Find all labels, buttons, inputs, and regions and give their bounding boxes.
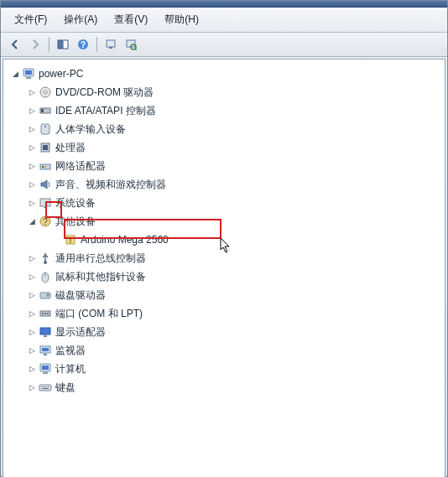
tree-item-label: 系统设备 [55,196,96,210]
svg-rect-15 [41,124,49,134]
tree-item[interactable]: ▷DVD/CD-ROM 驱动器 [7,83,441,101]
svg-rect-18 [43,145,48,150]
scan-button[interactable] [122,35,140,54]
titlebar [1,1,447,8]
svg-rect-0 [58,40,62,49]
svg-rect-46 [43,386,44,387]
svg-rect-20 [42,166,44,168]
svg-rect-5 [109,47,112,49]
tree-item[interactable]: ◢?其他设备 [7,212,441,231]
tree-root[interactable]: ◢ power-PC [7,65,441,83]
tree-item[interactable]: ▷端口 (COM 和 LPT) [7,304,441,323]
svg-rect-44 [39,385,51,391]
svg-rect-1 [63,40,68,49]
tree-item-label: 磁盘驱动器 [55,288,106,303]
show-hide-button[interactable] [54,35,72,54]
svg-rect-36 [40,328,50,334]
svg-rect-43 [43,372,48,374]
menu-action[interactable]: 操作(A) [57,11,104,29]
toolbar: ? [1,33,447,57]
network-icon [39,159,52,173]
tree-item[interactable]: ▷计算机 [7,360,441,378]
device-manager-window: 文件(F) 操作(A) 查看(V) 帮助(H) ? ◢ [0,0,448,477]
expand-icon[interactable]: ▷ [27,106,37,116]
svg-rect-9 [25,70,32,75]
cpu-icon [39,141,52,154]
tree-item-label: 人体学输入设备 [55,122,126,137]
tree-item[interactable]: ▷声音、视频和游戏控制器 [7,175,441,194]
tree-content[interactable]: ◢ power-PC ▷DVD/CD-ROM 驱动器▷IDE ATA/ATAPI… [3,59,445,477]
svg-point-12 [44,91,47,94]
svg-rect-23 [44,207,47,208]
tree-item[interactable]: ▷监视器 [7,341,441,360]
svg-rect-10 [26,77,31,79]
tree-item-label: 其他设备 [55,215,96,229]
tree-item-label: 计算机 [55,362,86,376]
collapse-icon[interactable]: ◢ [27,216,37,226]
svg-rect-49 [48,386,49,387]
expand-icon[interactable]: ▷ [27,272,37,282]
tree-item[interactable]: ▷人体学输入设备 [7,120,441,138]
forward-arrow-icon [29,39,41,50]
port-icon [39,307,52,320]
expand-icon[interactable]: ▷ [27,364,37,374]
svg-text:!: ! [70,236,72,245]
svg-text:?: ? [43,217,48,226]
tree-item-label: 键盘 [55,381,76,395]
expand-icon[interactable]: ▷ [27,161,37,171]
tree-item-label: 声音、视频和游戏控制器 [55,178,166,192]
tree-item[interactable]: ▷处理器 [7,138,441,157]
warn-icon: ! [64,233,77,246]
svg-rect-37 [44,335,47,337]
tree-item[interactable]: ▷键盘 [7,378,441,397]
tree-item[interactable]: ▷鼠标和其他指针设备 [7,267,441,286]
svg-rect-47 [44,386,45,387]
sound-icon [39,178,52,191]
properties-button[interactable] [102,35,120,54]
toolbar-separator [96,37,97,52]
collapse-icon[interactable]: ◢ [10,69,20,79]
mouse-icon [39,270,52,283]
svg-rect-21 [44,166,46,168]
forward-button[interactable] [26,35,44,54]
computer-icon [39,362,52,376]
svg-point-31 [46,293,49,297]
tree-item-label: 网络适配器 [55,159,106,174]
tree-item[interactable]: ▷系统设备 [7,194,441,212]
scan-icon [125,39,137,50]
expand-icon[interactable]: ▷ [27,327,37,337]
tree-item-label: 鼠标和其他指针设备 [55,270,146,284]
disk-icon [39,288,52,302]
keyboard-icon [39,381,52,394]
expand-icon[interactable]: ▷ [27,290,37,300]
tree-item[interactable]: ▷IDE ATA/ATAPI 控制器 [7,101,441,120]
other-icon: ? [39,215,52,228]
tree-item-label: 监视器 [55,344,86,358]
expand-icon[interactable]: ▷ [27,198,37,208]
menu-help[interactable]: 帮助(H) [158,11,206,29]
computer-icon [22,67,35,80]
disc-icon [39,86,52,99]
back-button[interactable] [6,35,24,54]
expand-icon[interactable]: ▷ [27,253,37,263]
expand-icon[interactable]: ▷ [27,308,37,319]
expand-icon[interactable]: ▷ [27,382,37,392]
monitor-icon [105,39,117,50]
tree-item[interactable]: ▷网络适配器 [7,157,441,175]
expand-icon[interactable]: ▷ [27,124,37,134]
menu-view[interactable]: 查看(V) [107,11,154,29]
tree-item[interactable]: ▷显示适配器 [7,323,441,341]
tree-item-label: 端口 (COM 和 LPT) [55,307,143,321]
expand-icon[interactable]: ▷ [27,345,37,355]
svg-point-33 [42,313,44,314]
svg-rect-48 [46,386,47,387]
root-label: power-PC [39,68,83,80]
tree-item-label: IDE ATA/ATAPI 控制器 [55,104,156,118]
help-button[interactable]: ? [74,35,92,54]
expand-icon[interactable]: ▷ [27,179,37,189]
svg-rect-39 [42,348,49,351]
tree-item[interactable]: ▷磁盘驱动器 [7,286,441,304]
menu-file[interactable]: 文件(F) [8,11,54,29]
expand-icon[interactable]: ▷ [27,143,37,153]
expand-icon[interactable]: ▷ [27,87,37,97]
